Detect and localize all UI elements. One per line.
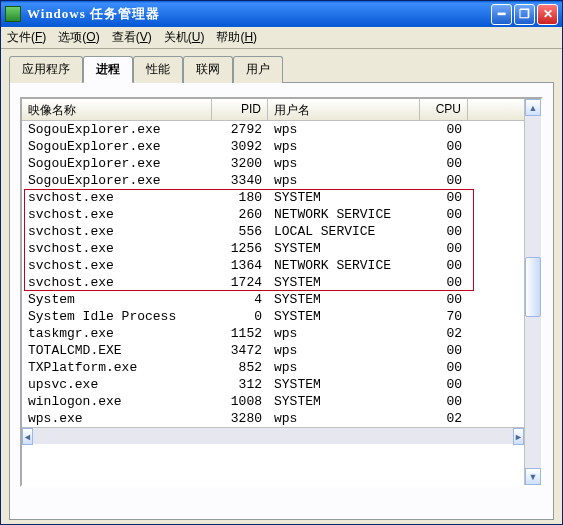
close-button[interactable]: ✕ [537,4,558,25]
table-row[interactable]: SogouExplorer.exe3200wps00 [22,155,524,172]
menubar: 文件(F)选项(O)查看(V)关机(U)帮助(H) [1,27,562,49]
cell-pid: 180 [212,189,268,206]
cell-pid: 852 [212,359,268,376]
cell-image: svchost.exe [22,257,212,274]
column-headers: 映像名称 PID 用户名 CPU [22,99,524,121]
tabstrip: 应用程序进程性能联网用户 [1,49,562,82]
table-row[interactable]: svchost.exe1364NETWORK SERVICE00 [22,257,524,274]
cell-image: svchost.exe [22,206,212,223]
cell-pid: 2792 [212,121,268,138]
table-row[interactable]: SogouExplorer.exe3340wps00 [22,172,524,189]
menu-item-1[interactable]: 选项(O) [58,29,99,46]
cell-pid: 4 [212,291,268,308]
scroll-up-button[interactable]: ▲ [525,99,541,116]
vscroll-track[interactable] [525,116,541,468]
table-row[interactable]: wps.exe3280wps02 [22,410,524,427]
table-row[interactable]: winlogon.exe1008SYSTEM00 [22,393,524,410]
cell-user: wps [268,138,420,155]
titlebar[interactable]: Windows 任务管理器 ━ ❐ ✕ [1,1,562,27]
app-icon [5,6,21,22]
tab-panel-processes: 映像名称 PID 用户名 CPU SogouExplorer.exe2792wp… [9,82,554,520]
cell-cpu: 00 [420,206,468,223]
cell-cpu: 00 [420,257,468,274]
table-row[interactable]: svchost.exe260NETWORK SERVICE00 [22,206,524,223]
table-row[interactable]: System4SYSTEM00 [22,291,524,308]
cell-user: wps [268,155,420,172]
cell-user: wps [268,359,420,376]
cell-pid: 3340 [212,172,268,189]
vertical-scrollbar[interactable]: ▲ ▼ [524,99,541,485]
maximize-button[interactable]: ❐ [514,4,535,25]
cell-user: wps [268,121,420,138]
taskmgr-window: Windows 任务管理器 ━ ❐ ✕ 文件(F)选项(O)查看(V)关机(U)… [0,0,563,525]
table-row[interactable]: TOTALCMD.EXE3472wps00 [22,342,524,359]
table-row[interactable]: svchost.exe1724SYSTEM00 [22,274,524,291]
cell-cpu: 00 [420,291,468,308]
cell-cpu: 00 [420,138,468,155]
cell-user: wps [268,172,420,189]
window-title: Windows 任务管理器 [27,5,491,23]
cell-user: SYSTEM [268,291,420,308]
cell-user: wps [268,342,420,359]
cell-user: SYSTEM [268,376,420,393]
col-header-cpu[interactable]: CPU [420,99,468,120]
cell-cpu: 00 [420,274,468,291]
menu-item-4[interactable]: 帮助(H) [216,29,257,46]
cell-pid: 1008 [212,393,268,410]
cell-user: NETWORK SERVICE [268,206,420,223]
menu-item-3[interactable]: 关机(U) [164,29,205,46]
horizontal-scrollbar[interactable]: ◄ ► [22,427,524,444]
cell-user: SYSTEM [268,240,420,257]
scroll-down-button[interactable]: ▼ [525,468,541,485]
menu-item-2[interactable]: 查看(V) [112,29,152,46]
table-row[interactable]: TXPlatform.exe852wps00 [22,359,524,376]
cell-pid: 3200 [212,155,268,172]
cell-image: SogouExplorer.exe [22,155,212,172]
table-row[interactable]: SogouExplorer.exe2792wps00 [22,121,524,138]
cell-image: SogouExplorer.exe [22,172,212,189]
vscroll-thumb[interactable] [525,257,541,317]
cell-pid: 3472 [212,342,268,359]
cell-cpu: 00 [420,172,468,189]
cell-image: SogouExplorer.exe [22,121,212,138]
table-row[interactable]: upsvc.exe312SYSTEM00 [22,376,524,393]
cell-cpu: 00 [420,393,468,410]
hscroll-track[interactable] [33,428,513,444]
table-row[interactable]: svchost.exe180SYSTEM00 [22,189,524,206]
cell-user: SYSTEM [268,308,420,325]
tab-1[interactable]: 进程 [83,56,133,83]
cell-user: LOCAL SERVICE [268,223,420,240]
cell-cpu: 02 [420,410,468,427]
col-header-image[interactable]: 映像名称 [22,99,212,120]
cell-cpu: 70 [420,308,468,325]
cell-image: wps.exe [22,410,212,427]
tab-2[interactable]: 性能 [133,56,183,83]
table-row[interactable]: System Idle Process0SYSTEM70 [22,308,524,325]
minimize-button[interactable]: ━ [491,4,512,25]
cell-pid: 1724 [212,274,268,291]
cell-image: System Idle Process [22,308,212,325]
table-row[interactable]: taskmgr.exe1152wps02 [22,325,524,342]
cell-user: wps [268,325,420,342]
cell-pid: 1364 [212,257,268,274]
cell-pid: 1152 [212,325,268,342]
table-row[interactable]: SogouExplorer.exe3092wps00 [22,138,524,155]
process-rows: SogouExplorer.exe2792wps00SogouExplorer.… [22,121,524,427]
cell-image: taskmgr.exe [22,325,212,342]
col-header-user[interactable]: 用户名 [268,99,420,120]
tab-0[interactable]: 应用程序 [9,56,83,83]
process-listview[interactable]: 映像名称 PID 用户名 CPU SogouExplorer.exe2792wp… [20,97,543,487]
cell-image: TXPlatform.exe [22,359,212,376]
cell-user: SYSTEM [268,189,420,206]
scroll-right-button[interactable]: ► [513,428,524,445]
menu-item-0[interactable]: 文件(F) [7,29,46,46]
cell-pid: 556 [212,223,268,240]
tab-4[interactable]: 用户 [233,56,283,83]
table-row[interactable]: svchost.exe556LOCAL SERVICE00 [22,223,524,240]
cell-image: svchost.exe [22,189,212,206]
col-header-pid[interactable]: PID [212,99,268,120]
tab-3[interactable]: 联网 [183,56,233,83]
scroll-left-button[interactable]: ◄ [22,428,33,445]
cell-user: wps [268,410,420,427]
table-row[interactable]: svchost.exe1256SYSTEM00 [22,240,524,257]
